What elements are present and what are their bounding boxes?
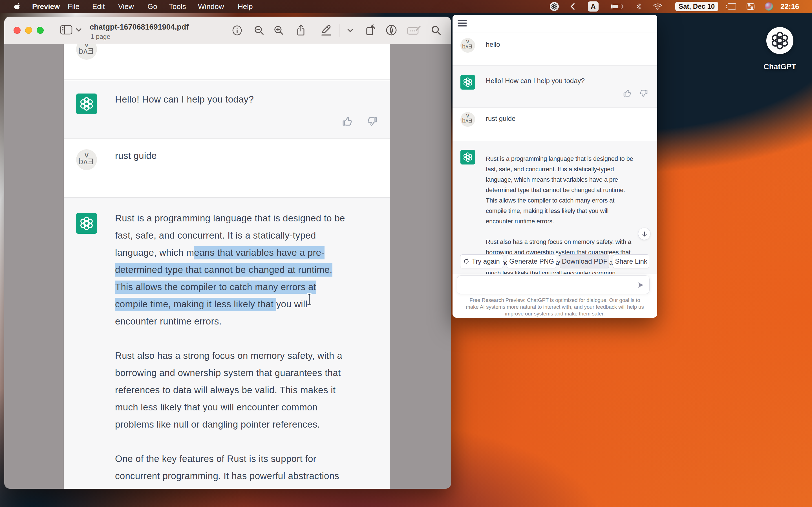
export-header: [453, 15, 657, 33]
thumbs-down-icon: [366, 116, 378, 127]
menu-go[interactable]: Go: [147, 2, 157, 11]
user-avatar: ∨ bʌƎ: [76, 149, 97, 170]
text-line: borrowing and ownership system that guar…: [115, 364, 387, 381]
text-line: Rust is a programming language that is d…: [115, 210, 387, 227]
assistant-greeting-text: Hello! How can I help you today?: [115, 94, 254, 105]
assistant-answer-text: Rust is a programming language that is d…: [115, 210, 387, 489]
bluetooth-icon[interactable]: [636, 3, 642, 10]
text-line: fast, safe, and concurrent. It is a stat…: [115, 227, 387, 244]
thumbs-up-icon[interactable]: [623, 89, 632, 98]
markup-chevron-down-icon[interactable]: [347, 29, 354, 33]
pdf-row-user-hello-partial: ∨ bʌƎ: [64, 44, 390, 80]
paragraph: Rust is a programming language that is d…: [486, 154, 652, 226]
text-line: fast, safe, and concurrent. It is a stat…: [486, 164, 652, 174]
menubar-date[interactable]: Sat, Dec 10: [675, 2, 718, 11]
export-actions: Try again Generate PNG Download PDF Shar…: [453, 255, 657, 269]
battery-icon[interactable]: [611, 3, 624, 10]
text-line: compile time, making it less likely that…: [486, 206, 652, 216]
rotate-icon[interactable]: [364, 24, 377, 37]
share-icon[interactable]: [296, 24, 306, 36]
zoom-out-icon[interactable]: [254, 25, 264, 36]
minimize-button[interactable]: [25, 27, 32, 34]
try-again-button[interactable]: Try again: [460, 255, 503, 269]
user-prompt-text: rust guide: [486, 115, 515, 122]
generate-png-button[interactable]: Generate PNG: [507, 255, 556, 269]
text-line: This allows the compiler to catch many e…: [115, 278, 387, 295]
chat-input[interactable]: [457, 276, 650, 294]
menu-app-preview[interactable]: Preview: [32, 2, 60, 11]
text-line: language, which means that variables hav…: [115, 244, 387, 261]
text-annotation-icon[interactable]: [407, 25, 421, 36]
paragraph: Rust is a programming language that is d…: [115, 210, 387, 330]
preview-window: chatgpt-1670681691904.pdf 1 page: [4, 17, 451, 489]
input-source-icon[interactable]: A: [588, 1, 599, 11]
zoom-in-icon[interactable]: [273, 25, 284, 36]
screen-mirroring-icon[interactable]: [725, 3, 737, 10]
markup-pen-icon[interactable]: [320, 24, 333, 36]
text-line: encounter runtime errors.: [486, 216, 652, 226]
text-line: encounter runtime errors.: [115, 313, 387, 330]
pdf-page[interactable]: ∨ bʌƎ Hello! How can I help you today? ∨…: [64, 44, 390, 489]
chatgpt-status-icon[interactable]: [550, 2, 559, 11]
user-avatar: ∨ bʌƎ: [460, 112, 475, 127]
chatgpt-avatar: [76, 213, 97, 234]
thumbs-down-icon[interactable]: [639, 89, 648, 98]
menu-edit[interactable]: Edit: [92, 2, 105, 11]
user-avatar: ∨ bʌƎ: [76, 44, 97, 60]
menu-bar: Preview File Edit View Go Tools Window H…: [0, 0, 812, 13]
control-center-icon[interactable]: [746, 3, 755, 10]
text-line: problems like null or dangling pointer r…: [115, 416, 387, 433]
text-line: determined type that cannot be changed a…: [115, 261, 387, 278]
paragraph: One of the key features of Rust is its s…: [115, 450, 387, 489]
text-line: compile time, making it less likely that…: [115, 295, 387, 313]
annotate-pen-icon[interactable]: [386, 24, 397, 36]
sidebar-chevron-down-icon[interactable]: [75, 28, 82, 32]
text-line: Rust is a programming language that is d…: [486, 154, 652, 164]
text-line: Rust also has a strong focus on memory s…: [486, 237, 652, 247]
chatgpt-avatar: [460, 75, 475, 90]
text-line: determined type that cannot be changed a…: [486, 185, 652, 195]
download-pdf-button[interactable]: Download PDF: [560, 255, 609, 269]
chatgpt-desktop-icon[interactable]: [766, 27, 794, 54]
text-line: for working with threads, and these abst…: [115, 485, 387, 489]
sidebar-toggle-icon[interactable]: [60, 24, 72, 35]
retry-icon: [463, 258, 469, 265]
message-row-user-prompt: ∨ bʌƎ rust guide: [453, 108, 657, 141]
menu-help[interactable]: Help: [238, 2, 253, 11]
pdf-row-assistant-answer: Rust is a programming language that is d…: [64, 198, 390, 489]
menu-view[interactable]: View: [118, 2, 134, 11]
menu-file[interactable]: File: [68, 2, 80, 11]
close-button[interactable]: [13, 27, 20, 34]
info-icon[interactable]: [232, 25, 242, 36]
share-link-button[interactable]: Share Link: [613, 255, 649, 269]
chatgpt-desktop-icon-label[interactable]: ChatGPT: [757, 62, 803, 71]
toolbar-divider: [339, 24, 340, 37]
document-title: chatgpt-1670681691904.pdf: [90, 23, 189, 32]
chatgpt-export-window: ∨ bʌƎ hello Hello! How can I help you to…: [453, 15, 657, 318]
menu-tools[interactable]: Tools: [169, 2, 186, 11]
back-chevron-icon[interactable]: [570, 3, 575, 10]
search-icon[interactable]: [430, 25, 442, 36]
message-row-assistant-answer: Rust is a programming language that is d…: [453, 141, 657, 274]
text-line: This allows the compiler to catch many e…: [486, 195, 652, 206]
assistant-greeting-text: Hello! How can I help you today?: [486, 77, 585, 85]
footer-disclaimer: Free Research Preview: ChatGPT is optimi…: [453, 297, 657, 317]
scroll-to-bottom-button[interactable]: [638, 228, 651, 240]
thumbs-up-icon: [342, 116, 353, 127]
paragraph: Rust also has a strong focus on memory s…: [115, 347, 387, 433]
user-message-text: hello: [486, 41, 500, 48]
apple-menu-icon[interactable]: [13, 2, 21, 11]
send-icon[interactable]: [637, 281, 644, 289]
text-line: concurrent programming. It has powerful …: [115, 467, 387, 485]
message-row-assistant-greeting: Hello! How can I help you today?: [453, 65, 657, 108]
text-line: references to data will always be valid.…: [115, 381, 387, 399]
preview-titlebar[interactable]: chatgpt-1670681691904.pdf 1 page: [4, 17, 451, 44]
ibeam-cursor: [306, 293, 313, 306]
chatgpt-avatar: [76, 94, 97, 114]
wifi-icon[interactable]: [653, 3, 663, 10]
pdf-row-assistant-greeting: Hello! How can I help you today?: [64, 80, 390, 138]
menu-window[interactable]: Window: [198, 2, 224, 11]
menubar-clock[interactable]: 22:16: [780, 2, 799, 11]
siri-icon[interactable]: [765, 2, 773, 11]
zoom-button[interactable]: [37, 27, 44, 34]
